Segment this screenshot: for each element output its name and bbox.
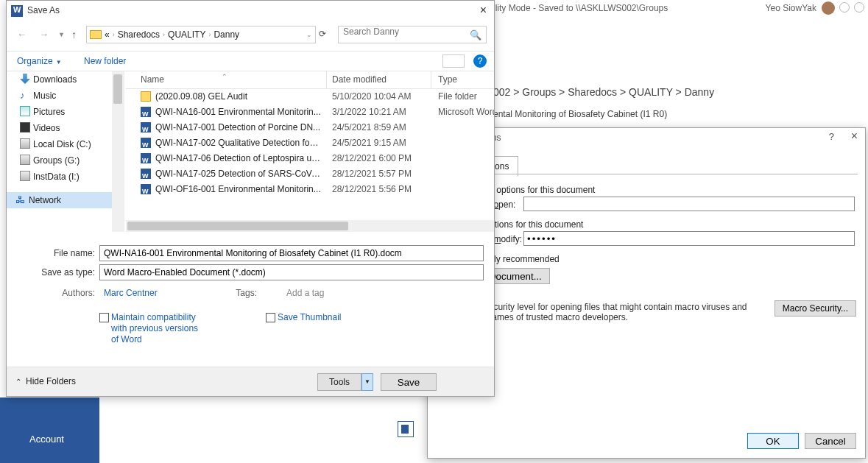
tree-item-network[interactable]: 🖧Network: [7, 192, 124, 208]
close-icon[interactable]: ×: [480, 4, 487, 17]
tree-item-pictures[interactable]: Pictures: [7, 104, 124, 120]
forward-icon[interactable]: →: [39, 29, 49, 40]
dialog-footer: ⌃Hide Folders Tools ▼ Save: [7, 367, 494, 396]
breadcrumb-part[interactable]: Danny: [214, 29, 239, 40]
list-h-scrollbar[interactable]: [126, 220, 494, 232]
col-name[interactable]: Name: [141, 74, 164, 85]
password-open-input[interactable]: [523, 197, 855, 211]
organize-button[interactable]: Organize▼: [17, 56, 62, 66]
ok-button[interactable]: OK: [747, 433, 799, 449]
col-date[interactable]: Date modified: [332, 74, 387, 85]
backstage-account-link[interactable]: Account: [29, 434, 64, 445]
list-item[interactable]: QWI-NA17-06 Detection of Leptospira us..…: [126, 151, 494, 166]
macro-security-button[interactable]: Macro Security...: [775, 300, 856, 317]
word-compat-status: ility Mode - Saved to \\ASKLLWS002\Group…: [493, 3, 668, 13]
disk-icon: [20, 171, 30, 181]
view-options-button[interactable]: [442, 54, 465, 68]
file-date: 24/5/2021 9:15 AM: [332, 135, 406, 151]
password-modify-input[interactable]: [523, 231, 855, 246]
filetype-select[interactable]: [99, 264, 484, 280]
help-icon[interactable]: ?: [473, 54, 487, 68]
disk-icon: [20, 155, 30, 165]
backstage-breadcrumb[interactable]: 002 > Groups > Sharedocs > QUALITY > Dan…: [493, 86, 714, 98]
tree-item-label: Groups (G:): [33, 155, 80, 166]
scroll-thumb[interactable]: [113, 74, 122, 104]
document-thumbnail-icon: [398, 421, 414, 437]
file-list[interactable]: Name ⌃ Date modified Type (2020.09.08) G…: [126, 71, 494, 232]
tree-item-label: Local Disk (C:): [33, 139, 91, 149]
tree-scrollbar[interactable]: [112, 71, 124, 232]
folder-tree[interactable]: Downloads♪MusicPicturesVideosLocal Disk …: [7, 71, 124, 232]
feedback-smile-icon[interactable]: [839, 2, 850, 13]
file-date: 3/1/2022 10:21 AM: [332, 105, 406, 120]
file-date: 28/12/2021 5:57 PM: [332, 166, 412, 182]
chevron-right-icon: ›: [163, 31, 165, 38]
tree-item-label: Network: [29, 195, 61, 205]
authors-value[interactable]: Marc Centner: [104, 288, 158, 298]
list-item[interactable]: (2020.09.08) GEL Audit5/10/2020 10:04 AM…: [126, 89, 494, 105]
breadcrumb[interactable]: « › Sharedocs › QUALITY › Danny ⌄: [86, 26, 316, 43]
tree-item-downloads[interactable]: Downloads: [7, 71, 124, 88]
video-icon: [20, 122, 30, 132]
backstage-filename: ental Monitoring of Biosafety Cabinet (I…: [493, 109, 667, 119]
list-item[interactable]: QWI-NA17-025 Detection of SARS-CoV-2...2…: [126, 166, 494, 182]
word-document-icon: [141, 184, 151, 194]
save-as-dialog: Save As × ← → ▼ ↑ « › Sharedocs › QUALIT…: [6, 0, 495, 397]
backstage-sidebar: Account: [0, 397, 99, 463]
file-date: 28/12/2021 5:56 PM: [332, 182, 412, 197]
back-icon[interactable]: ←: [17, 29, 27, 40]
save-button[interactable]: Save: [381, 373, 437, 391]
refresh-icon[interactable]: ⟳: [319, 29, 326, 39]
music-icon: ♪: [20, 90, 30, 100]
file-date: 24/5/2021 8:59 AM: [332, 120, 406, 135]
help-icon[interactable]: ?: [829, 131, 834, 142]
tools-button[interactable]: Tools: [317, 373, 361, 391]
file-type: Microsoft Word: [438, 105, 494, 120]
tags-value[interactable]: Add a tag: [286, 288, 324, 298]
breadcrumb-part[interactable]: QUALITY: [168, 29, 205, 40]
breadcrumb-part[interactable]: Sharedocs: [118, 29, 160, 40]
search-icon[interactable]: 🔍: [470, 29, 481, 40]
col-divider[interactable]: [326, 71, 327, 89]
word-document-icon: [141, 153, 151, 163]
filename-input[interactable]: [99, 245, 484, 261]
chevron-down-icon[interactable]: ⌄: [306, 31, 312, 38]
maintain-compat-label: Maintain compatibility with previous ver…: [111, 312, 200, 345]
toolbar: Organize▼ New folder ?: [7, 51, 494, 71]
maintain-compat-checkbox[interactable]: [99, 313, 109, 322]
chevron-right-icon: ›: [113, 31, 115, 38]
hide-folders-button[interactable]: ⌃Hide Folders: [15, 376, 76, 386]
picture-icon: [20, 106, 30, 116]
section-macro-label: Macro security: [437, 289, 856, 300]
list-header: Name ⌃ Date modified Type: [126, 71, 494, 89]
save-thumbnail-checkbox[interactable]: [266, 313, 275, 322]
tree-item-label: InstData (I:): [33, 172, 80, 182]
word-username: Yeo SiowYak: [766, 3, 816, 13]
sort-indicator-icon: ⌃: [222, 73, 227, 80]
recent-locations-icon[interactable]: ▼: [58, 31, 65, 38]
list-item[interactable]: QWI-NA16-001 Environmental Monitorin...3…: [126, 105, 494, 120]
tree-item-videos[interactable]: Videos: [7, 120, 124, 136]
folder-icon: [90, 30, 102, 39]
list-item[interactable]: QWI-NA17-002 Qualitative Detection for .…: [126, 135, 494, 151]
tree-item-local-disk-c-[interactable]: Local Disk (C:): [7, 136, 124, 152]
up-icon[interactable]: ↑: [71, 29, 77, 40]
avatar[interactable]: [822, 1, 835, 15]
tree-item-groups-g-[interactable]: Groups (G:): [7, 152, 124, 169]
new-folder-button[interactable]: New folder: [84, 56, 126, 66]
list-item[interactable]: QWI-NA17-001 Detection of Porcine DN...2…: [126, 120, 494, 135]
file-name: QWI-NA17-025 Detection of SARS-CoV-2...: [155, 166, 321, 182]
list-item[interactable]: QWI-OF16-001 Environmental Monitorin...2…: [126, 182, 494, 197]
cancel-button[interactable]: Cancel: [805, 433, 856, 449]
tree-item-instdata-i-[interactable]: InstData (I:): [7, 169, 124, 185]
col-divider[interactable]: [431, 71, 431, 89]
tree-item-label: Downloads: [33, 74, 77, 85]
feedback-frown-icon[interactable]: [854, 2, 864, 13]
search-input[interactable]: Search Danny 🔍: [338, 26, 487, 43]
close-icon[interactable]: ×: [851, 130, 858, 143]
col-type[interactable]: Type: [438, 74, 457, 85]
tree-item-music[interactable]: ♪Music: [7, 88, 124, 104]
scroll-thumb[interactable]: [127, 222, 348, 230]
tools-dropdown-icon[interactable]: ▼: [361, 373, 373, 391]
nav-row: ← → ▼ ↑ « › Sharedocs › QUALITY › Danny …: [7, 23, 494, 46]
